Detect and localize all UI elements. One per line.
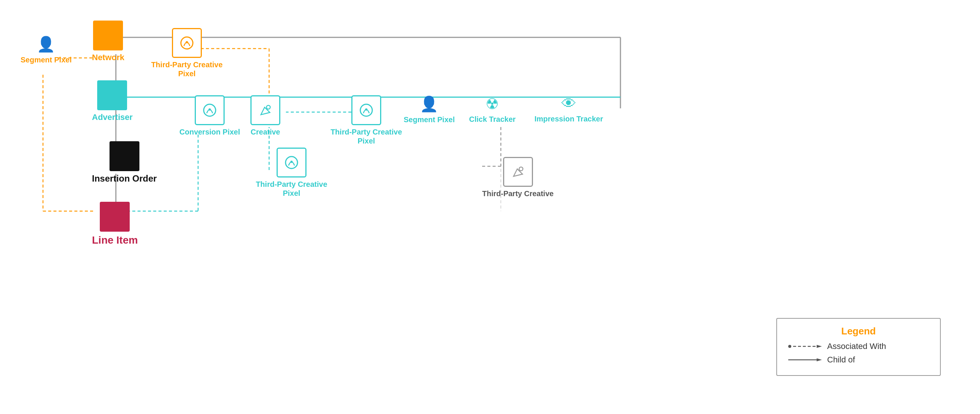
third-party-creative-icon-box (503, 157, 533, 187)
diagram: Network 👤 Segment Pixel Third-Party Crea… (0, 0, 980, 414)
svg-point-19 (186, 41, 188, 43)
third-party-creative-node: Third-Party Creative (482, 157, 554, 198)
legend-child-of-label: Child of (827, 355, 855, 365)
svg-point-26 (290, 161, 293, 163)
click-tracker-icon: ☢ (485, 95, 499, 113)
impression-tracker-label: Impression Tracker (535, 114, 603, 123)
click-tracker-label: Click Tracker (469, 115, 516, 124)
third-party-creative-pixel-adv-node: Third-Party Creative Pixel (325, 95, 407, 145)
legend-associated-with-line (788, 343, 822, 350)
segment-pixel-network-node: 👤 Segment Pixel (21, 35, 72, 64)
line-item-box (100, 202, 130, 232)
svg-point-30 (788, 345, 791, 348)
third-party-creative-pixel-network-node: Third-Party Creative Pixel (150, 28, 224, 78)
legend-associated-with-row: Associated With (788, 341, 929, 351)
advertiser-box (97, 80, 127, 110)
svg-point-27 (519, 167, 523, 171)
creative-label: Creative (251, 127, 280, 136)
conversion-pixel-icon-box (195, 95, 224, 125)
network-label: Network (92, 53, 124, 62)
third-party-creative-pixel-network-label: Third-Party Creative Pixel (150, 60, 224, 78)
insertion-order-box (110, 141, 139, 171)
svg-point-21 (208, 108, 211, 111)
legend-child-of-line (788, 357, 822, 363)
creative-node: Creative (250, 95, 280, 136)
svg-point-24 (365, 108, 368, 111)
creative-icon-box (250, 95, 280, 125)
segment-pixel-adv-icon: 👤 (420, 95, 438, 113)
impression-tracker-node: 👁 Impression Tracker (535, 95, 603, 123)
line-item-node: Line Item (92, 202, 138, 247)
third-party-creative-pixel-creative-node: Third-Party Creative Pixel (250, 148, 332, 198)
insertion-order-node: Insertion Order (92, 141, 157, 184)
legend-title: Legend (788, 325, 929, 337)
svg-marker-29 (817, 345, 822, 348)
third-party-creative-pixel-creative-label: Third-Party Creative Pixel (250, 180, 332, 198)
svg-point-22 (266, 105, 270, 109)
legend-child-of-row: Child of (788, 355, 929, 365)
segment-pixel-network-label: Segment Pixel (21, 55, 72, 64)
third-party-creative-pixel-network-icon-box (172, 28, 202, 58)
segment-pixel-adv-label: Segment Pixel (404, 115, 455, 124)
third-party-creative-pixel-adv-label: Third-Party Creative Pixel (325, 127, 407, 145)
conversion-pixel-node: Conversion Pixel (180, 95, 240, 136)
impression-tracker-icon: 👁 (562, 95, 576, 112)
third-party-creative-pixel-adv-icon-box (352, 95, 381, 125)
segment-pixel-network-icon: 👤 (37, 35, 55, 53)
legend: Legend Associated With Child of (776, 318, 941, 376)
third-party-creative-label: Third-Party Creative (482, 189, 554, 198)
network-box (93, 21, 123, 51)
click-tracker-node: ☢ Click Tracker (469, 95, 516, 124)
line-item-label: Line Item (92, 234, 138, 247)
advertiser-label: Advertiser (92, 113, 133, 122)
third-party-creative-pixel-creative-icon-box (277, 148, 307, 178)
legend-associated-with-label: Associated With (827, 341, 886, 351)
svg-marker-32 (817, 358, 822, 361)
segment-pixel-adv-node: 👤 Segment Pixel (404, 95, 455, 124)
insertion-order-label: Insertion Order (92, 173, 157, 184)
advertiser-node: Advertiser (92, 80, 133, 122)
network-node: Network (92, 21, 124, 62)
conversion-pixel-label: Conversion Pixel (180, 127, 240, 136)
